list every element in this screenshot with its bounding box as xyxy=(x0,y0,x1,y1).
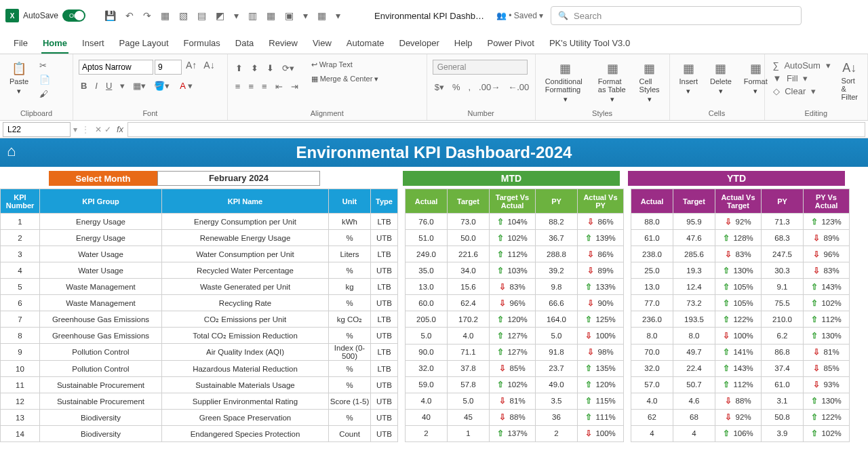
tab-view[interactable]: View xyxy=(311,34,333,54)
table-row[interactable]: 4045⇩ 88%36⇧ 111% xyxy=(406,409,624,425)
fill-button[interactable]: ▼ Fill ▾ xyxy=(770,73,833,84)
table-row[interactable]: 4Water UsageRecycled Water Percentage%UT… xyxy=(1,262,398,279)
tab-home[interactable]: Home xyxy=(41,34,68,54)
table-row[interactable]: 51.050.0⇧ 102%36.7⇧ 139% xyxy=(406,230,624,246)
wrap-text-button[interactable]: ↩ Wrap Text xyxy=(310,60,380,70)
chevron-down-icon[interactable]: ▾ xyxy=(231,10,241,21)
percent-icon[interactable]: % xyxy=(450,81,462,93)
table-row[interactable]: 14BiodiversityEndangered Species Protect… xyxy=(1,426,398,442)
decrease-font-icon[interactable]: A↓ xyxy=(201,60,217,75)
table-row[interactable]: 59.057.8⇧ 102%49.0⇧ 120% xyxy=(406,376,624,393)
col-actual[interactable]: Actual xyxy=(406,189,448,214)
table-row[interactable]: 238.0285.6⇩ 83%247.5⇩ 96% xyxy=(631,246,850,262)
tab-developer[interactable]: Developer xyxy=(398,34,441,54)
col-unit[interactable]: Unit xyxy=(329,189,371,214)
qat-icon[interactable]: ▤ xyxy=(195,10,209,21)
table-row[interactable]: 70.049.7⇧ 141%86.8⇩ 81% xyxy=(631,344,850,360)
table-row[interactable]: 57.050.7⇧ 112%61.0⇩ 93% xyxy=(631,376,850,393)
copy-icon[interactable]: 📄 xyxy=(37,74,53,85)
table-row[interactable]: 236.0193.5⇧ 122%210.0⇧ 112% xyxy=(631,311,850,328)
qat-icon[interactable]: ◩ xyxy=(213,10,227,21)
table-row[interactable]: 205.0170.2⇧ 120%164.0⇧ 125% xyxy=(406,311,624,328)
table-row[interactable]: 2Energy UsageRenewable Energy Usage%UTB xyxy=(1,230,398,246)
filename[interactable]: Environmental KPI Dashb… xyxy=(374,11,484,21)
font-size-select[interactable] xyxy=(155,60,182,75)
table-row[interactable]: 90.071.1⇧ 127%91.8⇩ 98% xyxy=(406,344,624,360)
undo-icon[interactable]: ↶ xyxy=(123,10,136,21)
tab-help[interactable]: Help xyxy=(453,34,474,54)
delete-button[interactable]: ▦Delete▾ xyxy=(706,60,736,97)
table-row[interactable]: 11Sustainable ProcurementSustainable Mat… xyxy=(1,377,398,393)
decrease-decimal-icon[interactable]: ←.00 xyxy=(506,81,531,93)
tab-power-pivot[interactable]: Power Pivot xyxy=(486,34,536,54)
table-row[interactable]: 21⇧ 137%2⇩ 100% xyxy=(406,425,624,441)
name-box[interactable] xyxy=(3,122,71,137)
table-row[interactable]: 44⇧ 106%3.9⇧ 102% xyxy=(631,425,850,441)
table-row[interactable]: 32.037.8⇩ 85%23.7⇧ 135% xyxy=(406,360,624,376)
table-row[interactable]: 25.019.3⇧ 130%30.3⇩ 83% xyxy=(631,262,850,279)
qat-icon[interactable]: ▧ xyxy=(176,10,191,21)
cancel-icon[interactable]: ✕ xyxy=(94,125,103,134)
clear-button[interactable]: ◇ Clear ▾ xyxy=(770,85,833,97)
bold-icon[interactable]: B xyxy=(79,80,89,92)
tab-page-layout[interactable]: Page Layout xyxy=(118,34,170,54)
table-row[interactable]: 5.04.0⇧ 127%5.0⇩ 100% xyxy=(406,328,624,344)
col-actual-vs-py[interactable]: Actual Vs PY xyxy=(578,189,624,214)
home-icon[interactable]: ⌂ xyxy=(7,142,16,160)
format-painter-icon[interactable]: 🖌 xyxy=(37,88,53,100)
indent-inc-icon[interactable]: ⇥ xyxy=(289,81,300,92)
tab-formulas[interactable]: Formulas xyxy=(182,34,222,54)
table-row[interactable]: 6268⇩ 92%50.8⇧ 122% xyxy=(631,409,850,425)
tab-automate[interactable]: Automate xyxy=(345,34,386,54)
col-kpi-number[interactable]: KPI Number xyxy=(1,189,40,214)
col-target[interactable]: Target xyxy=(448,189,490,214)
format-as-table-button[interactable]: ▦Format as Table▾ xyxy=(594,60,631,105)
table-row[interactable]: 10Pollution ControlHazardous Material Re… xyxy=(1,361,398,377)
tab-insert[interactable]: Insert xyxy=(81,34,106,54)
sort-filter-button[interactable]: A↓Sort & Filter xyxy=(837,60,862,102)
table-row[interactable]: 61.047.6⇧ 128%68.3⇩ 89% xyxy=(631,230,850,246)
save-icon[interactable]: 💾 xyxy=(102,10,119,21)
qat-icon[interactable]: ▥ xyxy=(245,10,260,21)
tab-data[interactable]: Data xyxy=(234,34,255,54)
col-actual-vs-target[interactable]: Actual Vs Target xyxy=(715,189,762,214)
align-right-icon[interactable]: ≡ xyxy=(260,81,269,92)
tab-pk-s-utility-tool-v-[interactable]: PK's Utility Tool V3.0 xyxy=(548,34,631,54)
search-input[interactable]: 🔍 Search xyxy=(551,6,802,25)
conditional-formatting-button[interactable]: ▦Conditional Formatting▾ xyxy=(541,60,590,105)
col-kpi-name[interactable]: KPI Name xyxy=(162,189,329,214)
align-top-icon[interactable]: ⬆ xyxy=(233,62,245,74)
align-left-icon[interactable]: ≡ xyxy=(233,81,243,92)
font-color-icon[interactable]: A▾ xyxy=(176,80,195,92)
redo-icon[interactable]: ↷ xyxy=(140,10,154,21)
table-row[interactable]: 9Pollution ControlAir Quality Index (AQI… xyxy=(1,344,398,361)
qat-icon[interactable]: ▣ xyxy=(282,10,296,21)
comma-icon[interactable]: , xyxy=(466,81,473,93)
col-target[interactable]: Target xyxy=(673,189,715,214)
indent-dec-icon[interactable]: ⇤ xyxy=(273,81,285,92)
qat-icon[interactable]: ▦ xyxy=(158,10,172,21)
orientation-icon[interactable]: ⟳▾ xyxy=(280,62,296,74)
table-row[interactable]: 12Sustainable ProcurementSupplier Enviro… xyxy=(1,393,398,410)
increase-font-icon[interactable]: A↑ xyxy=(183,60,199,75)
table-row[interactable]: 4.04.6⇩ 88%3.1⇧ 130% xyxy=(631,393,850,409)
italic-icon[interactable]: I xyxy=(93,80,100,92)
table-row[interactable]: 60.062.4⇩ 96%66.6⇩ 90% xyxy=(406,295,624,311)
table-row[interactable]: 77.073.2⇧ 105%75.5⇧ 102% xyxy=(631,295,850,311)
merge-center-button[interactable]: ▦ Merge & Center ▾ xyxy=(310,74,380,84)
align-middle-icon[interactable]: ⬍ xyxy=(249,62,260,74)
table-row[interactable]: 32.022.4⇧ 143%37.4⇩ 85% xyxy=(631,360,850,376)
col-py[interactable]: PY xyxy=(536,189,578,214)
chevron-down-icon[interactable]: ▾ xyxy=(300,10,311,21)
table-row[interactable]: 8.08.0⇩ 100%6.2⇧ 130% xyxy=(631,328,850,344)
chevron-down-icon[interactable]: ▾ xyxy=(333,10,343,21)
formula-input[interactable] xyxy=(127,122,865,137)
cut-icon[interactable]: ✂ xyxy=(37,60,53,71)
tab-review[interactable]: Review xyxy=(267,34,299,54)
table-row[interactable]: 6Waste ManagementRecycling Rate%UTB xyxy=(1,295,398,311)
cell-styles-button[interactable]: ▦Cell Styles▾ xyxy=(635,60,664,105)
autosum-button[interactable]: ∑ AutoSum ▾ xyxy=(770,60,833,71)
insert-button[interactable]: ▦Insert▾ xyxy=(675,60,703,97)
table-row[interactable]: 76.073.0⇧ 104%88.2⇩ 86% xyxy=(406,214,624,230)
paste-button[interactable]: 📋Paste▾ xyxy=(5,60,33,97)
